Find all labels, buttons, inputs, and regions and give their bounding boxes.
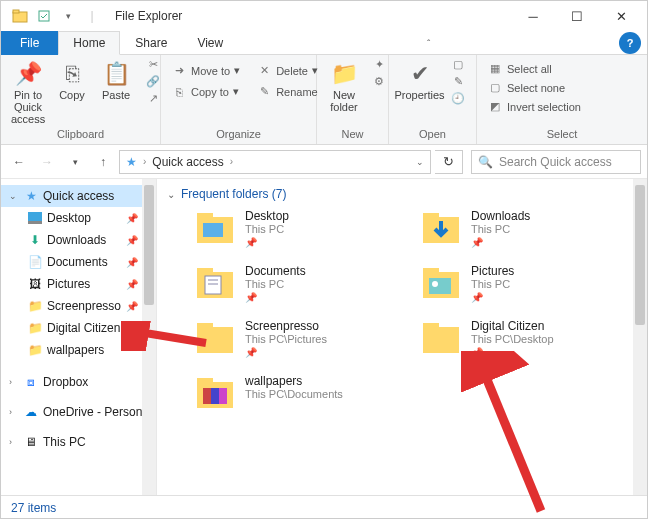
sidebar-item-label: Pictures xyxy=(47,277,90,291)
pin-icon: 📌 xyxy=(245,347,327,358)
folder-icon xyxy=(195,374,237,412)
organize-group-label: Organize xyxy=(167,128,310,142)
ribbon-collapse-icon[interactable]: ˆ xyxy=(419,35,438,54)
sidebar-item-pictures[interactable]: 🖼 Pictures 📌 xyxy=(1,273,156,295)
folder-icon xyxy=(9,5,31,27)
folder-wallpapers[interactable]: wallpapersThis PC\Documents xyxy=(195,374,411,412)
svg-rect-16 xyxy=(423,268,439,274)
history-button[interactable]: 🕘 xyxy=(446,91,470,106)
select-all-button[interactable]: ▦Select all xyxy=(483,61,585,76)
forward-button[interactable]: → xyxy=(35,150,59,174)
new-item-button[interactable]: ✦ xyxy=(367,57,391,72)
qat-properties-icon[interactable] xyxy=(33,5,55,27)
svg-rect-2 xyxy=(39,11,49,21)
chevron-right-icon[interactable]: › xyxy=(9,437,19,447)
easy-access-button[interactable]: ⚙ xyxy=(367,74,391,89)
sidebar-item-screenpresso[interactable]: 📁 Screenpresso 📌 xyxy=(1,295,156,317)
help-icon[interactable]: ? xyxy=(619,32,641,54)
quick-access-star-icon: ★ xyxy=(126,155,137,169)
chevron-right-icon[interactable]: › xyxy=(9,377,19,387)
pin-icon: 📌 xyxy=(126,257,138,268)
pin-icon: 📌 xyxy=(245,237,289,248)
pin-quick-access-button[interactable]: 📌 Pin to Quick access xyxy=(7,57,49,127)
tab-view[interactable]: View xyxy=(182,31,238,55)
copy-to-button[interactable]: ⎘Copy to ▾ xyxy=(167,84,244,99)
pc-icon: 🖥 xyxy=(23,435,39,449)
maximize-button[interactable]: ☐ xyxy=(555,2,599,30)
scissors-icon: ✂ xyxy=(145,58,161,71)
paste-label: Paste xyxy=(102,89,130,101)
sidebar-item-quick-access[interactable]: ⌄ ★ Quick access xyxy=(1,185,156,207)
new-folder-button[interactable]: 📁 New folder xyxy=(323,57,365,115)
properties-button[interactable]: ✔ Properties xyxy=(395,57,444,103)
svg-rect-3 xyxy=(28,212,42,221)
link-icon: 🔗 xyxy=(145,75,161,88)
qat-dropdown-icon[interactable]: ▾ xyxy=(57,5,79,27)
moveto-icon: ➜ xyxy=(171,64,187,77)
sidebar-item-this-pc[interactable]: › 🖥 This PC xyxy=(1,431,156,453)
move-to-button[interactable]: ➜Move to ▾ xyxy=(167,63,244,78)
sidebar-item-desktop[interactable]: Desktop 📌 xyxy=(1,207,156,229)
pin-icon: 📌 xyxy=(471,237,530,248)
edit-button[interactable]: ✎ xyxy=(446,74,470,89)
new-folder-icon: 📁 xyxy=(328,59,360,89)
folder-pictures[interactable]: PicturesThis PC📌 xyxy=(421,264,637,303)
svg-rect-7 xyxy=(203,223,223,237)
selectall-icon: ▦ xyxy=(487,62,503,75)
chevron-down-icon[interactable]: ⌄ xyxy=(9,191,19,201)
properties-icon: ✔ xyxy=(404,59,436,89)
pin-icon: 📌 xyxy=(245,292,306,303)
status-bar: 27 items xyxy=(1,495,647,519)
sidebar-scrollbar[interactable] xyxy=(142,179,156,495)
sidebar-item-label: This PC xyxy=(43,435,86,449)
folder-icon: 📁 xyxy=(27,299,43,313)
svg-rect-25 xyxy=(203,388,211,404)
folder-documents[interactable]: DocumentsThis PC📌 xyxy=(195,264,411,303)
rename-button[interactable]: ✎Rename xyxy=(252,84,322,99)
sidebar-item-digital-citizen[interactable]: 📁 Digital Citizen 📌 xyxy=(1,317,156,339)
search-box[interactable]: 🔍 Search Quick access xyxy=(471,150,641,174)
frequent-folders-header[interactable]: ⌄ Frequent folders (7) xyxy=(167,187,637,201)
open-button[interactable]: ▢ xyxy=(446,57,470,72)
tab-file[interactable]: File xyxy=(1,31,58,55)
up-button[interactable]: ↑ xyxy=(91,150,115,174)
new-group-label: New xyxy=(323,128,382,142)
address-dropdown-icon[interactable]: ⌄ xyxy=(416,157,424,167)
folder-screenpresso[interactable]: ScreenpressoThis PC\Pictures📌 xyxy=(195,319,411,358)
folder-downloads[interactable]: DownloadsThis PC📌 xyxy=(421,209,637,248)
content-scrollbar[interactable] xyxy=(633,179,647,495)
invert-selection-button[interactable]: ◩Invert selection xyxy=(483,99,585,114)
chevron-right-icon[interactable]: › xyxy=(9,407,19,417)
nav-row: ← → ▾ ↑ ★ › Quick access › ⌄ ↻ 🔍 Search … xyxy=(1,145,647,179)
folder-icon xyxy=(195,319,237,357)
back-button[interactable]: ← xyxy=(7,150,31,174)
select-group-label: Select xyxy=(483,128,641,142)
folder-digital-citizen[interactable]: Digital CitizenThis PC\Desktop📌 xyxy=(421,319,637,358)
close-button[interactable]: ✕ xyxy=(599,2,643,30)
minimize-button[interactable]: ─ xyxy=(511,2,555,30)
recent-dropdown[interactable]: ▾ xyxy=(63,150,87,174)
folder-desktop[interactable]: DesktopThis PC📌 xyxy=(195,209,411,248)
delete-button[interactable]: ✕Delete ▾ xyxy=(252,63,322,78)
sidebar-item-label: Documents xyxy=(47,255,108,269)
pin-icon: 📌 xyxy=(126,279,138,290)
svg-rect-19 xyxy=(197,327,233,353)
paste-button[interactable]: 📋 Paste xyxy=(95,57,137,103)
tab-share[interactable]: Share xyxy=(120,31,182,55)
select-none-button[interactable]: ▢Select none xyxy=(483,80,585,95)
sidebar-item-label: Dropbox xyxy=(43,375,88,389)
pin-icon: 📌 xyxy=(126,235,138,246)
desktop-folder-icon xyxy=(195,209,237,247)
documents-folder-icon xyxy=(195,264,237,302)
clipboard-group-label: Clipboard xyxy=(7,128,154,142)
address-bar[interactable]: ★ › Quick access › ⌄ xyxy=(119,150,431,174)
sidebar-item-downloads[interactable]: ⬇ Downloads 📌 xyxy=(1,229,156,251)
sidebar-item-documents[interactable]: 📄 Documents 📌 xyxy=(1,251,156,273)
tab-home[interactable]: Home xyxy=(58,31,120,55)
sidebar-item-dropbox[interactable]: › ⧈ Dropbox xyxy=(1,371,156,393)
sidebar-item-onedrive[interactable]: › ☁ OneDrive - Person xyxy=(1,401,156,423)
refresh-button[interactable]: ↻ xyxy=(435,150,463,174)
copy-button[interactable]: ⎘ Copy xyxy=(51,57,93,103)
sidebar-item-wallpapers[interactable]: 📁 wallpapers xyxy=(1,339,156,361)
item-count: 27 items xyxy=(11,501,56,515)
